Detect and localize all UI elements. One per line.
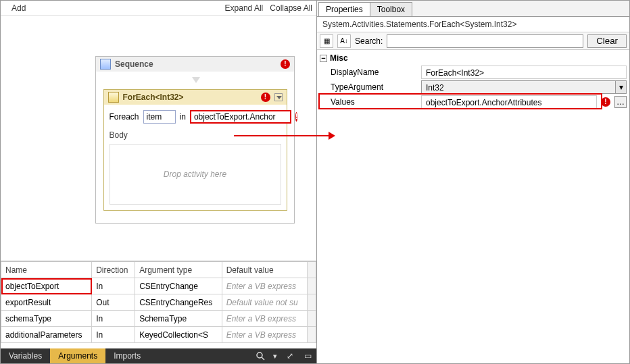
left-pane: Add Expand All Collapse All Sequence ! F [1, 1, 317, 363]
sequence-body: ForEach<Int32> ! Foreach in ! [96, 72, 294, 223]
col-name[interactable]: Name [1, 262, 92, 278]
property-search-row: ▦ A↓ Search: Clear [317, 32, 629, 50]
prop-name: TypeArgument [320, 82, 421, 92]
bottom-tab-strip: Variables Arguments Imports ▾ ⤢ ▭ [1, 348, 316, 363]
foreach-title: ForEach<Int32> [123, 93, 257, 102]
scrollbar-gutter [308, 294, 316, 311]
foreach-body: Foreach in ! Body Drop activity here [104, 105, 287, 210]
foreach-activity[interactable]: ForEach<Int32> ! Foreach in ! [103, 89, 287, 211]
alpha-sort-button[interactable]: A↓ [337, 34, 351, 48]
arg-type-cell[interactable]: CSEntryChange [135, 278, 222, 294]
scrollbar-gutter [308, 278, 316, 294]
collapse-all-link[interactable]: Collapse All [270, 3, 312, 13]
properties-tab-row: Properties Toolbox [317, 1, 629, 17]
clear-search-button[interactable]: Clear [587, 34, 627, 48]
categorized-sort-button[interactable]: ▦ [320, 34, 333, 48]
fit-to-screen-icon[interactable]: ⤢ [281, 348, 299, 363]
category-label: Misc [330, 53, 348, 63]
in-keyword: in [180, 112, 186, 122]
arg-default-cell[interactable]: Enter a VB express [222, 278, 307, 294]
prop-displayname[interactable]: DisplayName ForEach<Int32> [320, 65, 627, 80]
designer-toolbar: Add Expand All Collapse All [1, 1, 316, 16]
body-drop-zone[interactable]: Drop activity here [110, 144, 281, 205]
designer-canvas[interactable]: Sequence ! ForEach<Int32> ! [1, 16, 316, 261]
arg-type-cell[interactable]: KeyedCollection<S [135, 327, 222, 343]
arg-direction-cell[interactable]: In [92, 327, 135, 343]
arg-type-cell[interactable]: SchemaType [135, 311, 222, 327]
search-icon[interactable] [251, 348, 269, 363]
arg-default-cell[interactable]: Default value not su [222, 294, 307, 311]
table-row[interactable]: schemaTypeInSchemaTypeEnter a VB express [1, 311, 316, 327]
arguments-grid: Name Direction Argument type Default val… [1, 261, 316, 348]
chevron-down-icon [189, 77, 201, 85]
sequence-title: Sequence [115, 59, 276, 69]
overview-icon[interactable]: ▭ [299, 348, 316, 363]
category-misc[interactable]: − Misc [320, 51, 627, 65]
body-label: Body [110, 130, 281, 140]
table-row[interactable]: additionalParametersInKeyedCollection<SE… [1, 327, 316, 343]
selected-type-line: System.Activities.Statements.ForEach<Sys… [317, 17, 629, 32]
tab-properties[interactable]: Properties [318, 2, 370, 16]
prop-value[interactable]: Int32 [421, 80, 616, 94]
property-grid: − Misc DisplayName ForEach<Int32> TypeAr… [317, 50, 629, 363]
tab-toolbox[interactable]: Toolbox [370, 2, 412, 16]
add-activity-link[interactable]: Add [11, 3, 26, 13]
tab-variables[interactable]: Variables [1, 348, 50, 363]
error-icon: ! [295, 112, 297, 122]
foreach-header[interactable]: ForEach<Int32> ! [104, 90, 287, 105]
prop-typeargument[interactable]: TypeArgument Int32 ▾ [320, 80, 627, 95]
arg-default-cell[interactable]: Enter a VB express [222, 311, 307, 327]
sequence-icon [100, 59, 111, 70]
arg-name-cell[interactable]: additionalParameters [1, 327, 92, 343]
ellipsis-button[interactable]: … [614, 96, 627, 108]
collapse-icon[interactable]: − [320, 55, 327, 62]
col-direction[interactable]: Direction [92, 262, 135, 278]
arg-name-cell[interactable]: objectToExport [1, 278, 92, 294]
svg-point-0 [257, 353, 262, 358]
arg-direction-cell[interactable]: Out [92, 294, 135, 311]
arguments-table: Name Direction Argument type Default val… [1, 261, 316, 343]
dropdown-icon[interactable]: ▾ [616, 80, 627, 94]
expand-all-link[interactable]: Expand All [225, 3, 264, 13]
foreach-icon [108, 92, 119, 103]
arg-direction-cell[interactable]: In [92, 311, 135, 327]
arg-name-cell[interactable]: schemaType [1, 311, 92, 327]
property-search-input[interactable] [387, 34, 583, 48]
arguments-header-row: Name Direction Argument type Default val… [1, 262, 316, 278]
table-row[interactable]: exportResultOutCSEntryChangeResDefault v… [1, 294, 316, 311]
prop-value[interactable]: objectToExport.AnchorAttributes [421, 95, 597, 109]
collapse-caret-icon[interactable] [274, 93, 283, 101]
scrollbar-gutter [308, 311, 316, 327]
workflow-designer-window: Add Expand All Collapse All Sequence ! F [0, 0, 630, 364]
arg-name-cell[interactable]: exportResult [1, 294, 92, 311]
prop-name: Values [320, 97, 421, 107]
prop-value[interactable]: ForEach<Int32> [421, 66, 627, 79]
right-pane: Properties Toolbox System.Activities.Sta… [317, 1, 629, 363]
col-default[interactable]: Default value [222, 262, 307, 278]
foreach-iterator-input[interactable] [143, 110, 176, 124]
foreach-expression-row: Foreach in ! [110, 110, 281, 124]
arg-default-cell[interactable]: Enter a VB express [222, 327, 307, 343]
prop-name: DisplayName [320, 68, 421, 77]
sequence-header[interactable]: Sequence ! [96, 57, 294, 72]
scrollbar-gutter [308, 262, 316, 278]
arg-type-cell[interactable]: CSEntryChangeRes [135, 294, 222, 311]
foreach-keyword: Foreach [110, 112, 139, 122]
tab-arguments[interactable]: Arguments [50, 348, 105, 363]
search-label: Search: [355, 36, 383, 46]
svg-line-1 [262, 357, 264, 360]
prop-values[interactable]: Values objectToExport.AnchorAttributes !… [320, 95, 627, 109]
tab-imports[interactable]: Imports [105, 348, 149, 363]
col-type[interactable]: Argument type [135, 262, 222, 278]
foreach-source-input[interactable] [190, 110, 291, 124]
error-icon: ! [601, 97, 610, 107]
table-row[interactable]: objectToExportInCSEntryChangeEnter a VB … [1, 278, 316, 294]
zoom-percent[interactable]: ▾ [269, 348, 281, 363]
error-icon: ! [281, 59, 290, 69]
sequence-activity[interactable]: Sequence ! ForEach<Int32> ! [95, 56, 295, 224]
drop-hint-text: Drop activity here [164, 170, 226, 179]
error-icon: ! [261, 93, 270, 102]
arg-direction-cell[interactable]: In [92, 278, 135, 294]
scrollbar-gutter [308, 327, 316, 343]
